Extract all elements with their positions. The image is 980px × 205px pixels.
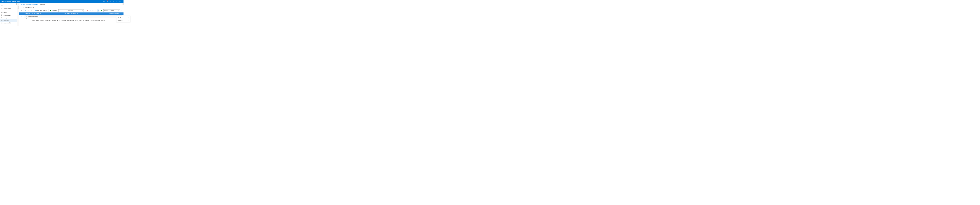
file-tab[interactable]: *adlsg2test.ipynb ✕ [22,6,35,9]
files-panel-collapsed: Files [17,3,19,26]
status-dot-running [50,10,51,11]
run-cell-button[interactable] [21,16,22,17]
more-button[interactable] [30,10,33,12]
sidebar-label: Notebooks [3,20,9,21]
refresh-kernel-button[interactable] [120,10,123,12]
sidebar-item-automated-ml[interactable]: Automated ML [0,22,17,24]
automl-icon [2,22,3,24]
status-dot-kernel [101,10,102,11]
ram-value: 1% [40,13,41,14]
chevron-down-icon [46,10,47,11]
terminal-button[interactable] [92,10,94,12]
svg-rect-17 [92,10,93,11]
compute-label: Compute: [52,10,57,11]
cell-menu-button[interactable] [22,16,23,17]
kernel-status: · Kernel idle [25,13,30,14]
notebook-toolbar: Edit in VS Code Compute: - Running [19,9,124,13]
file-icon [23,7,24,8]
cpu-label: CPU [31,13,33,14]
svg-point-4 [119,1,120,2]
dropdown-label: Consume [118,20,122,21]
chevron-right-icon [128,20,129,21]
chevron-down-icon [118,10,119,11]
dropdown-label: Mount [118,17,121,18]
execution-count: [1] [24,18,28,20]
svg-point-1 [110,2,110,2]
stop-compute-button[interactable] [86,10,89,12]
edit-in-vscode-button[interactable]: Edit in VS Code [35,10,48,11]
svg-rect-7 [2,15,2,15]
edit-vscode-label: Edit in VS Code [37,10,45,11]
feedback-icon[interactable] [112,0,115,3]
sidebar-item-notebooks[interactable]: Notebooks [0,19,17,22]
app-title: Azure AI | Machine Learning Studio [2,1,20,2]
sidebar-section-authoring: Authoring [0,16,17,19]
svg-rect-11 [28,10,29,11]
smile-icon[interactable] [118,0,121,3]
close-tab-button[interactable]: ✕ [33,7,34,8]
recent-icon[interactable] [102,0,106,3]
run-all-button[interactable] [24,10,27,12]
svg-rect-18 [95,10,96,11]
scrollbar-thumb[interactable] [123,3,124,5]
notification-badge: 3 [107,0,108,2]
breadcrumb: Microsoft › amlworkspacemidesa › Noteboo… [19,3,124,6]
tab-filename: *adlsg2test.ipynb [24,7,32,8]
settings-icon[interactable] [109,0,112,3]
statusbar: · Kernel idle CPU 0% RAM 1% Last saved a… [19,12,124,15]
svg-rect-8 [2,15,2,15]
env-label: Python 3.10 - SDK V2 [110,13,119,14]
all-workspaces-link[interactable]: All workspaces [0,7,17,10]
ram-label: RAM [37,13,39,14]
help-icon[interactable] [115,0,118,3]
code-cell[interactable]: 1 %pip install azure-ai-ml [24,15,122,18]
chevron-right-icon [128,17,129,18]
saved-status: Last saved a few seconds ago [65,13,78,14]
data-button[interactable] [97,10,100,12]
output-ellipsis[interactable]: … [24,20,28,21]
sidebar-label: Automated ML [3,22,11,24]
compute-selector[interactable]: - Running [58,10,84,12]
expand-files-button[interactable] [18,3,19,5]
notifications-icon[interactable]: 3 [106,0,109,3]
sidebar-label: Model catalog [3,14,11,16]
hamburger-button[interactable] [0,3,17,7]
back-arrow-icon [2,8,3,9]
sidebar-label: All workspaces [3,8,11,9]
compute-value: - Running [59,10,82,11]
cpu-value: 0% [34,13,35,14]
data-actions-dropdown: Mount Consume [116,16,130,22]
home-icon [2,11,3,13]
chevron-down-icon [82,10,83,11]
kernel-value: Python 3.10 - SDK v2 [104,10,114,11]
sidebar-item-home[interactable]: Home [0,11,17,14]
stop-button[interactable] [27,10,30,12]
catalog-icon [2,14,3,16]
dropdown-item-mount[interactable]: Mount [116,16,130,19]
kernel-selector[interactable]: Python 3.10 - SDK v2 [103,10,120,12]
cell-output: Requirement already satisfied: azure-ai-… [28,20,105,21]
line-number: 1 [25,16,28,17]
sidebar: All workspaces Home Model catalog Author… [0,3,17,26]
svg-rect-9 [2,15,2,16]
svg-point-15 [87,10,88,11]
execution-time: 3 sec [30,19,33,20]
breadcrumb-current: Notebooks [40,4,45,5]
check-icon [29,19,30,20]
code-content: %pip install azure-ai-ml [28,16,38,17]
vscode-icon [35,10,37,11]
breadcrumb-item[interactable]: Microsoft [21,4,25,5]
add-compute-button[interactable] [89,10,91,12]
breadcrumb-item[interactable]: amlworkspacemidesa [27,4,38,5]
files-label: Files [18,6,19,9]
svg-point-19 [98,10,99,10]
notebook-icon [2,20,3,21]
menu-button[interactable] [20,10,23,12]
compute-details-button[interactable] [94,10,97,12]
chevron-right-icon: › [39,4,39,5]
chevron-right-icon: › [26,4,27,5]
dropdown-item-consume[interactable]: Consume [116,19,130,22]
sidebar-label: Home [3,11,6,13]
sidebar-item-model-catalog[interactable]: Model catalog [0,14,17,16]
